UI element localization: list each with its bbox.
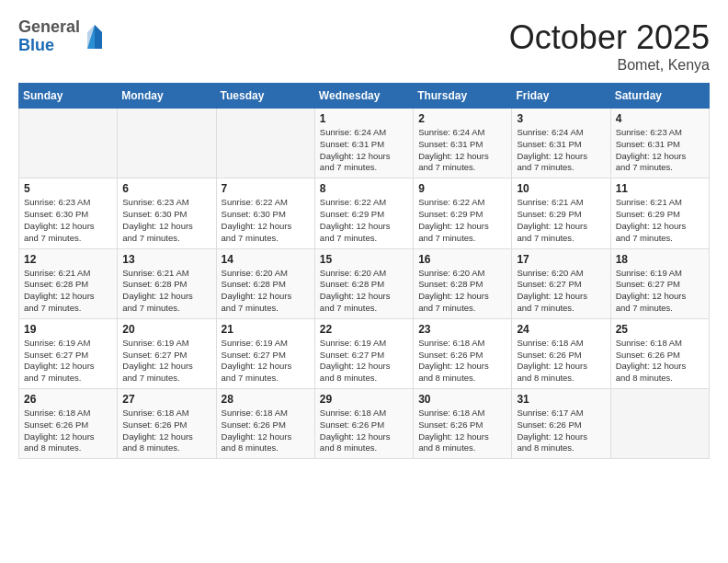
day-number: 19 bbox=[24, 323, 112, 336]
day-number: 26 bbox=[24, 393, 112, 406]
calendar-week-row: 19Sunrise: 6:19 AM Sunset: 6:27 PM Dayli… bbox=[19, 318, 710, 388]
calendar-week-row: 1Sunrise: 6:24 AM Sunset: 6:31 PM Daylig… bbox=[19, 109, 710, 178]
calendar-week-row: 26Sunrise: 6:18 AM Sunset: 6:26 PM Dayli… bbox=[19, 389, 710, 459]
calendar-cell: 30Sunrise: 6:18 AM Sunset: 6:26 PM Dayli… bbox=[414, 389, 512, 459]
day-header-tuesday: Tuesday bbox=[216, 84, 314, 109]
day-number: 5 bbox=[24, 182, 112, 195]
day-number: 29 bbox=[320, 393, 408, 406]
day-info: Sunrise: 6:18 AM Sunset: 6:26 PM Dayligh… bbox=[418, 408, 506, 454]
day-info: Sunrise: 6:24 AM Sunset: 6:31 PM Dayligh… bbox=[418, 127, 506, 174]
calendar-cell: 31Sunrise: 6:17 AM Sunset: 6:26 PM Dayli… bbox=[512, 389, 610, 459]
day-number: 22 bbox=[320, 323, 408, 336]
day-number: 11 bbox=[616, 182, 704, 195]
day-number: 18 bbox=[616, 253, 704, 266]
calendar-week-row: 12Sunrise: 6:21 AM Sunset: 6:28 PM Dayli… bbox=[19, 248, 710, 318]
calendar-cell: 10Sunrise: 6:21 AM Sunset: 6:29 PM Dayli… bbox=[512, 178, 610, 248]
calendar-cell: 12Sunrise: 6:21 AM Sunset: 6:28 PM Dayli… bbox=[19, 248, 118, 318]
day-info: Sunrise: 6:19 AM Sunset: 6:27 PM Dayligh… bbox=[122, 338, 210, 385]
day-number: 9 bbox=[418, 182, 506, 195]
day-number: 20 bbox=[122, 323, 210, 336]
calendar-cell: 13Sunrise: 6:21 AM Sunset: 6:28 PM Dayli… bbox=[118, 248, 216, 318]
day-number: 2 bbox=[418, 112, 506, 125]
calendar-cell: 4Sunrise: 6:23 AM Sunset: 6:31 PM Daylig… bbox=[610, 109, 709, 178]
calendar-cell: 1Sunrise: 6:24 AM Sunset: 6:31 PM Daylig… bbox=[314, 109, 413, 178]
logo-general: General bbox=[18, 18, 80, 37]
day-info: Sunrise: 6:19 AM Sunset: 6:27 PM Dayligh… bbox=[320, 338, 408, 385]
day-header-sunday: Sunday bbox=[19, 84, 118, 109]
calendar-cell: 23Sunrise: 6:18 AM Sunset: 6:26 PM Dayli… bbox=[414, 318, 512, 388]
calendar-cell bbox=[216, 109, 314, 178]
day-info: Sunrise: 6:18 AM Sunset: 6:26 PM Dayligh… bbox=[320, 408, 408, 454]
calendar-cell: 18Sunrise: 6:19 AM Sunset: 6:27 PM Dayli… bbox=[610, 248, 709, 318]
day-number: 13 bbox=[122, 253, 210, 266]
day-info: Sunrise: 6:18 AM Sunset: 6:26 PM Dayligh… bbox=[418, 338, 506, 385]
logo: General Blue bbox=[18, 18, 102, 55]
calendar-cell: 26Sunrise: 6:18 AM Sunset: 6:26 PM Dayli… bbox=[19, 389, 118, 459]
day-number: 1 bbox=[320, 112, 408, 125]
day-info: Sunrise: 6:19 AM Sunset: 6:27 PM Dayligh… bbox=[24, 338, 112, 385]
calendar-cell: 11Sunrise: 6:21 AM Sunset: 6:29 PM Dayli… bbox=[610, 178, 709, 248]
title-area: October 2025 Bomet, Kenya bbox=[509, 18, 710, 74]
day-info: Sunrise: 6:21 AM Sunset: 6:29 PM Dayligh… bbox=[616, 197, 704, 244]
calendar-cell: 3Sunrise: 6:24 AM Sunset: 6:31 PM Daylig… bbox=[512, 109, 610, 178]
day-info: Sunrise: 6:22 AM Sunset: 6:29 PM Dayligh… bbox=[418, 197, 506, 244]
day-info: Sunrise: 6:18 AM Sunset: 6:26 PM Dayligh… bbox=[122, 408, 210, 454]
day-info: Sunrise: 6:18 AM Sunset: 6:26 PM Dayligh… bbox=[517, 338, 605, 385]
day-info: Sunrise: 6:17 AM Sunset: 6:26 PM Dayligh… bbox=[517, 408, 605, 454]
calendar-cell: 20Sunrise: 6:19 AM Sunset: 6:27 PM Dayli… bbox=[118, 318, 216, 388]
calendar-cell: 19Sunrise: 6:19 AM Sunset: 6:27 PM Dayli… bbox=[19, 318, 118, 388]
calendar-cell: 9Sunrise: 6:22 AM Sunset: 6:29 PM Daylig… bbox=[414, 178, 512, 248]
day-info: Sunrise: 6:22 AM Sunset: 6:29 PM Dayligh… bbox=[320, 197, 408, 244]
day-number: 14 bbox=[222, 253, 310, 266]
day-header-friday: Friday bbox=[512, 84, 610, 109]
day-header-thursday: Thursday bbox=[414, 84, 512, 109]
calendar-cell: 29Sunrise: 6:18 AM Sunset: 6:26 PM Dayli… bbox=[314, 389, 413, 459]
day-header-saturday: Saturday bbox=[610, 84, 709, 109]
calendar-cell bbox=[610, 389, 709, 459]
day-info: Sunrise: 6:21 AM Sunset: 6:29 PM Dayligh… bbox=[517, 197, 605, 244]
logo-blue: Blue bbox=[18, 37, 80, 55]
day-info: Sunrise: 6:18 AM Sunset: 6:26 PM Dayligh… bbox=[24, 408, 112, 454]
day-info: Sunrise: 6:24 AM Sunset: 6:31 PM Dayligh… bbox=[320, 127, 408, 174]
day-number: 25 bbox=[616, 323, 704, 336]
day-info: Sunrise: 6:20 AM Sunset: 6:27 PM Dayligh… bbox=[517, 268, 605, 315]
day-number: 28 bbox=[222, 393, 310, 406]
day-number: 4 bbox=[616, 112, 704, 125]
day-number: 21 bbox=[222, 323, 310, 336]
day-header-wednesday: Wednesday bbox=[314, 84, 413, 109]
day-number: 16 bbox=[418, 253, 506, 266]
calendar-week-row: 5Sunrise: 6:23 AM Sunset: 6:30 PM Daylig… bbox=[19, 178, 710, 248]
day-number: 17 bbox=[517, 253, 605, 266]
day-header-monday: Monday bbox=[118, 84, 216, 109]
logo-icon bbox=[84, 23, 102, 51]
day-info: Sunrise: 6:24 AM Sunset: 6:31 PM Dayligh… bbox=[517, 127, 605, 174]
calendar-cell: 6Sunrise: 6:23 AM Sunset: 6:30 PM Daylig… bbox=[118, 178, 216, 248]
calendar-table: SundayMondayTuesdayWednesdayThursdayFrid… bbox=[18, 83, 710, 459]
day-info: Sunrise: 6:18 AM Sunset: 6:26 PM Dayligh… bbox=[616, 338, 704, 385]
day-info: Sunrise: 6:21 AM Sunset: 6:28 PM Dayligh… bbox=[122, 268, 210, 315]
day-number: 27 bbox=[122, 393, 210, 406]
day-info: Sunrise: 6:20 AM Sunset: 6:28 PM Dayligh… bbox=[418, 268, 506, 315]
day-info: Sunrise: 6:20 AM Sunset: 6:28 PM Dayligh… bbox=[222, 268, 310, 315]
day-info: Sunrise: 6:23 AM Sunset: 6:30 PM Dayligh… bbox=[122, 197, 210, 244]
svg-marker-1 bbox=[95, 25, 102, 49]
calendar-header-row: SundayMondayTuesdayWednesdayThursdayFrid… bbox=[19, 84, 710, 109]
calendar-cell: 5Sunrise: 6:23 AM Sunset: 6:30 PM Daylig… bbox=[19, 178, 118, 248]
day-info: Sunrise: 6:19 AM Sunset: 6:27 PM Dayligh… bbox=[222, 338, 310, 385]
day-info: Sunrise: 6:18 AM Sunset: 6:26 PM Dayligh… bbox=[222, 408, 310, 454]
calendar-cell: 14Sunrise: 6:20 AM Sunset: 6:28 PM Dayli… bbox=[216, 248, 314, 318]
calendar-cell: 8Sunrise: 6:22 AM Sunset: 6:29 PM Daylig… bbox=[314, 178, 413, 248]
day-number: 7 bbox=[222, 182, 310, 195]
day-number: 15 bbox=[320, 253, 408, 266]
calendar-cell: 16Sunrise: 6:20 AM Sunset: 6:28 PM Dayli… bbox=[414, 248, 512, 318]
calendar-cell: 28Sunrise: 6:18 AM Sunset: 6:26 PM Dayli… bbox=[216, 389, 314, 459]
calendar-cell bbox=[19, 109, 118, 178]
day-number: 31 bbox=[517, 393, 605, 406]
day-number: 8 bbox=[320, 182, 408, 195]
calendar-cell: 7Sunrise: 6:22 AM Sunset: 6:30 PM Daylig… bbox=[216, 178, 314, 248]
day-number: 24 bbox=[517, 323, 605, 336]
day-number: 10 bbox=[517, 182, 605, 195]
calendar-cell: 25Sunrise: 6:18 AM Sunset: 6:26 PM Dayli… bbox=[610, 318, 709, 388]
location: Bomet, Kenya bbox=[509, 57, 710, 74]
calendar-cell: 2Sunrise: 6:24 AM Sunset: 6:31 PM Daylig… bbox=[414, 109, 512, 178]
